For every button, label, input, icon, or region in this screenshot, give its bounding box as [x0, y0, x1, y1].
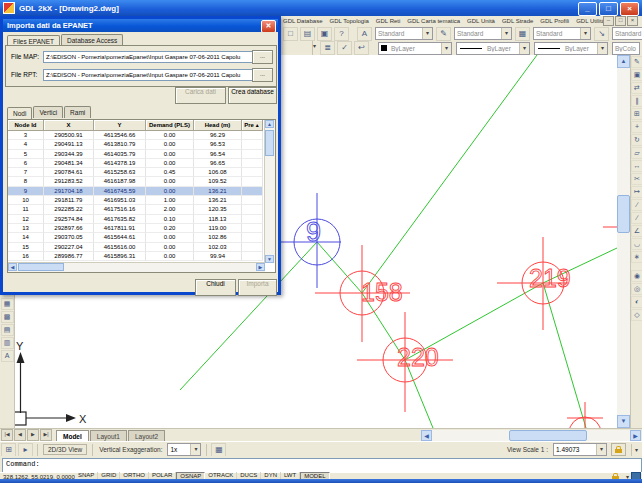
column-header-head-m[interactable]: Head (m) — [194, 120, 242, 131]
dialog-title-bar[interactable]: Importa dati da EPANET ✕ — [3, 19, 278, 32]
rotate-icon[interactable]: ↻ — [631, 134, 642, 146]
table-row[interactable]: 12292574.844617635.820.10118.13 — [8, 215, 275, 224]
chevron-down-icon[interactable]: ▾ — [519, 43, 529, 54]
chamfer-icon[interactable]: ∠ — [631, 225, 642, 237]
table-row[interactable]: 4290491.134613810.790.0096.53 — [8, 140, 275, 149]
explode-icon[interactable]: ∗ — [631, 251, 642, 263]
copy-icon[interactable]: ▣ — [631, 69, 642, 81]
region-icon[interactable]: ▥ — [1, 337, 14, 349]
prev-tab-icon[interactable]: ◀ — [14, 429, 26, 441]
scroll-left-icon[interactable]: ◀ — [8, 263, 17, 271]
layer-properties-icon[interactable]: ≣ — [320, 41, 335, 55]
array-icon[interactable]: ⊞ — [631, 108, 642, 120]
menu-item-gdl-database[interactable]: GDL Database — [283, 18, 322, 24]
table-row[interactable]: 6290481.344614378.190.0096.65 — [8, 159, 275, 168]
chevron-down-icon[interactable]: ▾ — [422, 28, 432, 39]
crea-database-button[interactable]: Crea database — [228, 87, 277, 104]
drawing-node-158[interactable]: 158 — [315, 245, 410, 342]
select-view-icon[interactable]: ▸ — [18, 443, 33, 457]
layer-previous-icon[interactable]: ↩ — [354, 41, 369, 55]
menu-item-gdl-profili[interactable]: GDL Profili — [540, 18, 569, 24]
extrude-icon[interactable]: ◇ — [631, 309, 642, 321]
canvas-vertical-scrollbar[interactable]: ▲ ▼ — [617, 55, 630, 428]
fillet-icon[interactable]: ◡ — [631, 238, 642, 250]
pipe-line[interactable] — [317, 242, 362, 293]
command-input[interactable]: Command: — [2, 458, 642, 473]
trim-icon[interactable]: ✂ — [631, 173, 642, 185]
union-icon[interactable]: ◉ — [631, 270, 642, 282]
chevron-down-icon[interactable]: ▾ — [580, 28, 590, 39]
scroll-right-icon[interactable]: ▶ — [630, 430, 641, 441]
table-row[interactable]: 13292897.664617811.910.20119.00 — [8, 224, 275, 233]
chevron-down-icon[interactable]: ▾ — [312, 41, 316, 55]
lock-icon[interactable] — [611, 443, 626, 456]
table-style-icon[interactable]: ▦ — [515, 27, 530, 41]
column-header-y[interactable]: Y — [94, 120, 146, 131]
vertical-exaggeration-combo[interactable]: 1x ▾ — [167, 443, 201, 456]
view-toggle-button[interactable]: 2D/3D View — [43, 444, 87, 455]
image-icon[interactable]: ▤ — [1, 324, 14, 336]
next-tab-icon[interactable]: ▶ — [27, 429, 39, 441]
style-combo-4[interactable]: Standard▾ — [612, 27, 642, 40]
mdi-restore-icon[interactable]: □ — [615, 16, 626, 26]
lineweight-combo[interactable]: ByLayer▾ — [534, 42, 608, 55]
scale-icon[interactable]: ▱ — [631, 147, 642, 159]
table-row[interactable]: 15290227.044615616.000.00102.03 — [8, 243, 275, 252]
new-icon[interactable]: □ — [283, 27, 298, 41]
block-icon[interactable]: ▦ — [1, 298, 14, 310]
column-header-x[interactable]: X — [44, 120, 94, 131]
chevron-down-icon[interactable]: ▾ — [501, 28, 511, 39]
menu-item-gdl-reti[interactable]: GDL Reti — [376, 18, 400, 24]
scroll-left-icon[interactable]: ◀ — [421, 430, 432, 441]
intersect-icon[interactable]: ◐ — [631, 296, 642, 308]
chevron-down-icon[interactable]: ▾ — [441, 43, 451, 54]
mdi-minimize-icon[interactable]: – — [603, 16, 614, 26]
erase-icon[interactable]: ✎ — [631, 56, 642, 68]
close-icon[interactable]: × — [620, 2, 639, 16]
file-rpt-field[interactable]: Z:\EDISON - Pomezia\pomeziaEpanet\Input … — [43, 69, 253, 81]
scrollbar-thumb[interactable] — [18, 263, 64, 271]
table-row[interactable]: 14290370.054615644.610.00102.86 — [8, 233, 275, 242]
scrollbar-thumb[interactable] — [509, 430, 587, 441]
subtract-icon[interactable]: ◎ — [631, 283, 642, 295]
scroll-down-icon[interactable]: ▼ — [617, 415, 630, 428]
browse-map-button[interactable]: ... — [252, 50, 273, 64]
first-tab-icon[interactable]: |◀ — [1, 429, 13, 441]
table-row[interactable]: 10291811.794616951.031.00136.21 — [8, 196, 275, 205]
table-row[interactable]: 16289986.774615896.310.0099.94 — [8, 252, 275, 261]
linetype-combo[interactable]: ByLayer▾ — [456, 42, 530, 55]
scroll-up-icon[interactable]: ▲ — [265, 120, 274, 128]
pipe-line[interactable] — [362, 55, 537, 293]
scroll-down-icon[interactable]: ▼ — [265, 255, 274, 263]
drawing-node[interactable] — [567, 402, 603, 428]
table-horizontal-scrollbar[interactable]: ◀ ▶ — [8, 262, 265, 272]
extend-icon[interactable]: ↦ — [631, 186, 642, 198]
multileader-style-icon[interactable]: ↘ — [594, 27, 609, 41]
hatch-icon[interactable]: ▩ — [1, 311, 14, 323]
table-row[interactable]: 9291704.184616745.590.00136.21 — [8, 187, 275, 196]
dimension-style-icon[interactable]: ✎ — [436, 27, 451, 41]
plotstyle-combo[interactable]: ByColo — [612, 42, 640, 55]
table-vertical-scrollbar[interactable]: ▲ ▼ — [264, 120, 275, 263]
nodes-table[interactable]: Node IdXYDemand (PLS)Head (m)Pre▲3290500… — [7, 119, 276, 273]
chevron-down-icon[interactable]: ▾ — [596, 444, 606, 455]
menu-item-gdl-carta-tematica[interactable]: GDL Carta tematica — [407, 18, 460, 24]
menu-item-gdl-topologia[interactable]: GDL Topologia — [329, 18, 368, 24]
offset-icon[interactable]: ∥ — [631, 95, 642, 107]
column-header-pre[interactable]: Pre▲ — [242, 120, 263, 131]
chiudi-button[interactable]: Chiudi — [195, 279, 236, 296]
last-tab-icon[interactable]: ▶| — [40, 429, 52, 441]
view-scale-combo[interactable]: 1.49073 ▾ — [553, 443, 607, 456]
scroll-right-icon[interactable]: ▶ — [256, 263, 265, 271]
text-style-icon[interactable]: A — [357, 27, 372, 41]
drawing-node-219[interactable]: 219 — [497, 237, 571, 330]
restore-icon[interactable]: □ — [599, 2, 618, 16]
layer-states-icon[interactable]: ✓ — [337, 41, 352, 55]
chevron-down-icon[interactable]: ▾ — [190, 444, 200, 455]
style-combo-3[interactable]: Standard▾ — [533, 27, 591, 40]
help-icon[interactable]: ? — [334, 27, 349, 41]
color-combo[interactable]: ByLayer▾ — [378, 42, 452, 55]
scrollbar-thumb[interactable] — [265, 130, 274, 156]
scroll-up-icon[interactable]: ▲ — [617, 55, 630, 68]
minimize-icon[interactable]: _ — [578, 2, 597, 16]
